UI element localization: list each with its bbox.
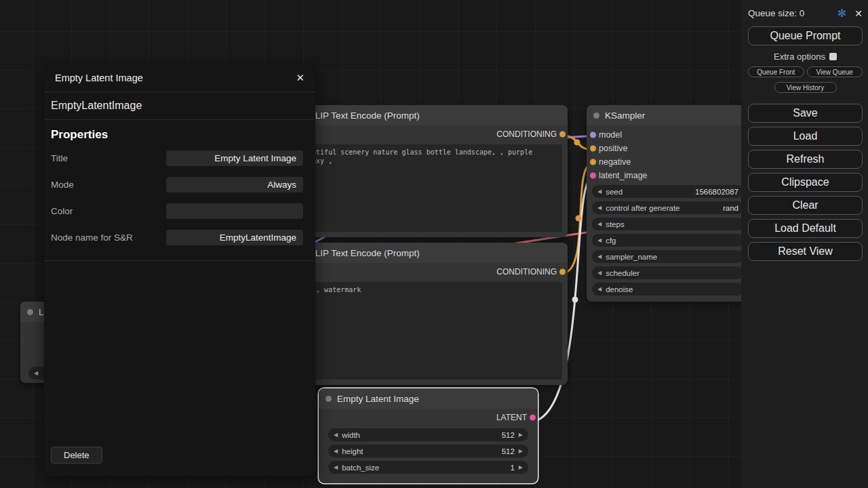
widget-label: height xyxy=(342,447,363,455)
widget-seed[interactable]: seed 1566802087 xyxy=(592,185,744,198)
dialog-titlebar: Empty Latent Image ✕ xyxy=(44,64,315,92)
decrement-arrow-icon[interactable] xyxy=(334,464,338,470)
decrement-arrow-icon[interactable] xyxy=(597,253,601,260)
widget-cfg[interactable]: cfg xyxy=(592,234,744,247)
node-empty-latent-image[interactable]: Empty Latent Image LATENT width 512 heig… xyxy=(319,388,538,483)
node-header[interactable]: KSampler xyxy=(587,105,749,125)
clipspace-button[interactable]: Clipspace xyxy=(748,173,863,192)
latent-input-dot[interactable] xyxy=(590,173,596,179)
node-name-field[interactable] xyxy=(166,230,303,245)
decrement-arrow-icon[interactable] xyxy=(597,270,601,276)
conditioning-input-dot[interactable] xyxy=(590,159,596,165)
node-ksampler[interactable]: KSampler model positive negative latent_… xyxy=(587,105,749,302)
reset-view-button[interactable]: Reset View xyxy=(748,242,863,261)
prompt-textarea[interactable]: text, watermark xyxy=(296,282,562,380)
collapse-dot-icon[interactable] xyxy=(326,396,332,402)
increment-arrow-icon[interactable] xyxy=(519,448,523,454)
collapse-dot-icon[interactable] xyxy=(593,113,599,119)
link-midpoint-dot[interactable] xyxy=(574,140,580,146)
link-midpoint-dot[interactable] xyxy=(572,297,578,303)
widget-label: cfg xyxy=(606,237,616,245)
input-slot-positive: positive xyxy=(587,142,749,155)
extra-options-checkbox[interactable] xyxy=(829,53,837,60)
model-input-dot[interactable] xyxy=(590,132,596,138)
view-history-button[interactable]: View History xyxy=(774,82,837,93)
output-slot-label: LATENT xyxy=(496,413,527,422)
mode-field[interactable] xyxy=(166,177,303,192)
widget-scheduler[interactable]: scheduler xyxy=(592,266,744,279)
widget-width[interactable]: width 512 xyxy=(328,428,528,441)
load-default-button[interactable]: Load Default xyxy=(748,219,863,238)
widget-value: 1566802087 xyxy=(695,188,738,196)
widget-label: width xyxy=(342,431,360,439)
decrement-arrow-icon[interactable] xyxy=(34,370,38,376)
decrement-arrow-icon[interactable] xyxy=(334,448,338,454)
decrement-arrow-icon[interactable] xyxy=(597,237,601,243)
node-clip-text-encode-negative[interactable]: CLIP Text Encode (Prompt) CONDITIONING t… xyxy=(290,243,568,385)
node-type-name: EmptyLatentImage xyxy=(44,92,315,120)
input-slot-negative: negative xyxy=(587,155,749,169)
widget-steps[interactable]: steps xyxy=(592,218,744,230)
increment-arrow-icon[interactable] xyxy=(519,432,523,438)
decrement-arrow-icon[interactable] xyxy=(597,286,601,292)
conditioning-output-dot[interactable] xyxy=(559,131,566,138)
refresh-button[interactable]: Refresh xyxy=(748,150,863,169)
node-properties-panel: Empty Latent Image ✕ EmptyLatentImage Pr… xyxy=(44,64,315,476)
comfy-menu: Queue size: 0 ✻ ✕ Queue Prompt Extra opt… xyxy=(741,0,868,488)
latent-output-dot[interactable] xyxy=(530,415,536,421)
collapse-dot-icon[interactable] xyxy=(27,309,33,315)
save-button[interactable]: Save xyxy=(748,104,863,123)
node-clip-text-encode-positive[interactable]: CLIP Text Encode (Prompt) CONDITIONING b… xyxy=(290,105,568,237)
widget-label: scheduler xyxy=(606,269,639,277)
decrement-arrow-icon[interactable] xyxy=(597,221,601,227)
widget-label: sampler_name xyxy=(606,253,657,261)
widget-value: 1 xyxy=(510,464,514,472)
widget-control-after-generate[interactable]: control after generate rand xyxy=(592,201,744,214)
widget-batch-size[interactable]: batch_size 1 xyxy=(328,461,528,474)
output-slot-conditioning: CONDITIONING xyxy=(290,125,568,143)
input-slot-label: positive xyxy=(599,144,627,153)
color-field[interactable] xyxy=(166,203,303,219)
link-midpoint-dot[interactable] xyxy=(576,216,582,222)
queue-prompt-button[interactable]: Queue Prompt xyxy=(748,26,863,45)
close-icon[interactable]: ✕ xyxy=(296,72,304,84)
property-row-title: Title xyxy=(51,150,303,166)
prompt-textarea[interactable]: beautiful scenery nature glass bottle la… xyxy=(296,144,562,232)
title-field[interactable] xyxy=(166,150,303,166)
queue-controls-row: Queue Front View Queue xyxy=(748,66,863,77)
widget-denoise[interactable]: denoise xyxy=(592,283,744,296)
node-title: KSampler xyxy=(605,110,645,121)
input-slot-label: model xyxy=(599,130,622,140)
property-label: Title xyxy=(51,153,166,163)
decrement-arrow-icon[interactable] xyxy=(334,432,338,438)
clear-button[interactable]: Clear xyxy=(748,196,863,215)
node-header[interactable]: CLIP Text Encode (Prompt) xyxy=(290,105,568,125)
load-button[interactable]: Load xyxy=(748,127,863,146)
widget-label: denoise xyxy=(606,285,633,293)
widget-label: control after generate xyxy=(606,204,679,212)
close-icon[interactable]: ✕ xyxy=(854,8,863,19)
increment-arrow-icon[interactable] xyxy=(519,464,523,470)
output-slot-conditioning: CONDITIONING xyxy=(290,263,568,281)
node-header[interactable]: CLIP Text Encode (Prompt) xyxy=(290,243,568,263)
property-label: Mode xyxy=(51,180,166,190)
delete-button[interactable]: Delete xyxy=(51,447,102,464)
settings-icon[interactable]: ✻ xyxy=(837,7,846,20)
conditioning-output-dot[interactable] xyxy=(559,269,566,275)
view-queue-button[interactable]: View Queue xyxy=(807,66,863,77)
queue-front-button[interactable]: Queue Front xyxy=(748,66,804,77)
input-slot-label: negative xyxy=(599,157,631,167)
conditioning-input-dot[interactable] xyxy=(590,146,596,152)
node-header[interactable]: Empty Latent Image xyxy=(319,388,538,409)
action-buttons: Save Load Refresh Clipspace Clear Load D… xyxy=(748,104,863,261)
widget-sampler-name[interactable]: sampler_name xyxy=(592,250,744,263)
decrement-arrow-icon[interactable] xyxy=(597,188,601,195)
decrement-arrow-icon[interactable] xyxy=(597,205,601,211)
queue-size-label: Queue size: 0 xyxy=(748,8,829,18)
widget-height[interactable]: height 512 xyxy=(328,445,528,458)
widget-label: seed xyxy=(606,188,623,196)
property-row-node-name: Node name for S&R xyxy=(51,229,303,245)
widget-value: 512 xyxy=(502,447,515,455)
input-slot-model: model xyxy=(587,128,749,142)
node-title: Empty Latent Image xyxy=(337,394,419,404)
